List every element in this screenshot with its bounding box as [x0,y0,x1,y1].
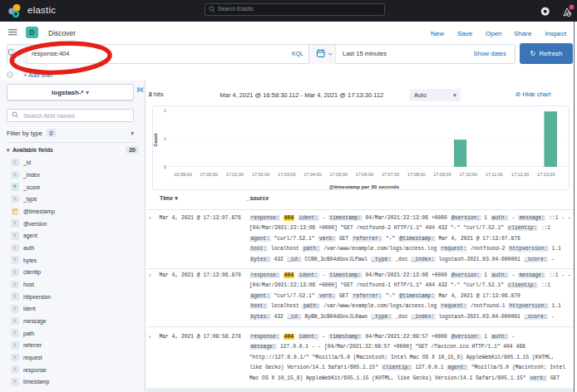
svg-text:17:08:00: 17:08:00 [407,171,425,176]
svg-text:17:01:00: 17:01:00 [226,171,244,176]
svg-text:17:06:00: 17:06:00 [356,171,373,176]
svg-text:2: 2 [164,107,166,112]
svg-text:17:02:00: 17:02:00 [252,171,269,176]
svg-text:17:03:00: 17:03:00 [278,171,295,176]
svg-text:1: 1 [164,135,166,140]
svg-text:17:12:00: 17:12:00 [511,171,529,176]
svg-text:17:05:00: 17:05:00 [329,171,347,176]
svg-text:0: 0 [164,164,166,169]
svg-text:@timestamp per 30 seconds: @timestamp per 30 seconds [329,183,400,189]
svg-text:17:00:00: 17:00:00 [200,171,217,176]
svg-text:17:10:00: 17:10:00 [459,171,476,176]
svg-text:16:59:00: 16:59:00 [174,171,191,176]
svg-text:Count: Count [153,133,158,146]
svg-text:17:04:00: 17:04:00 [303,171,321,176]
svg-text:17:07:00: 17:07:00 [382,171,399,176]
svg-text:17:09:00: 17:09:00 [433,171,451,176]
svg-text:17:13:00: 17:13:00 [537,171,555,176]
svg-text:17:11:00: 17:11:00 [486,171,503,176]
